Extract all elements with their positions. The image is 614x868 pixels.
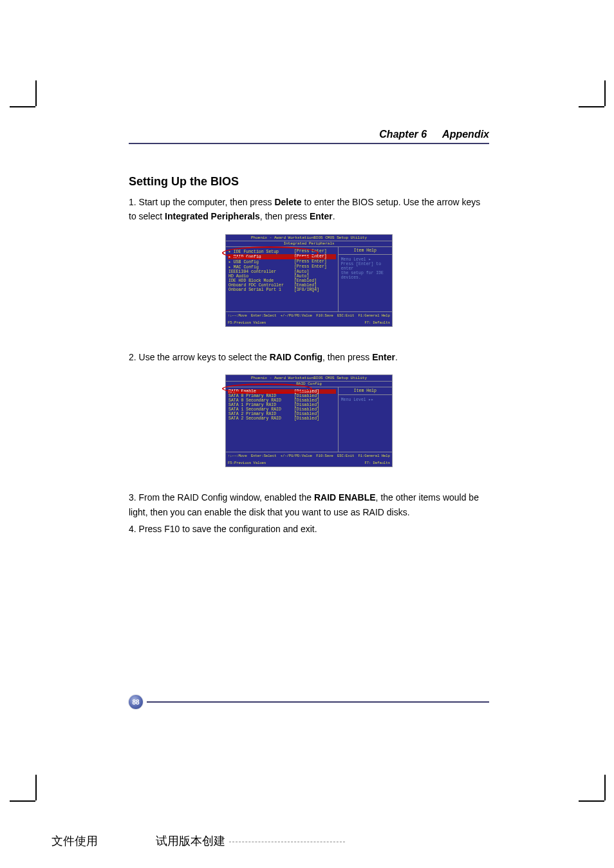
chapter-number: Chapter 6 (379, 129, 427, 140)
bios-title: Phoenix - Award WorkstationBIOS CMOS Set… (226, 375, 392, 382)
bios-subtitle: Integrated Peripherals (226, 241, 392, 247)
watermark-right: 试用版本创建 (156, 833, 345, 849)
chapter-title: Appendix (442, 129, 489, 140)
bios-footer: ↑↓←→:Move Enter:Select +/-/PU/PD:Value F… (226, 452, 392, 466)
step-1: 1. Start up the computer, then press Del… (129, 195, 489, 224)
chapter-header: Chapter 6Appendix (129, 129, 489, 144)
step-3: 3. From the RAID Config window, enabled … (129, 490, 489, 519)
bios-left-pane: ▸ IDE Function Setup[Press Enter] ▸ RAID… (226, 247, 339, 311)
page-number: 88 (129, 695, 143, 709)
watermark: 文件使用 试用版本创建 (51, 833, 345, 849)
bios-subtitle: RAID Config (226, 382, 392, 387)
watermark-left: 文件使用 (51, 833, 98, 849)
bios-left-pane: RAID Enable[Disabled] SATA 0 Primary RAI… (226, 387, 339, 452)
footer-rule (147, 701, 489, 703)
bios-title: Phoenix - Award WorkstationBIOS CMOS Set… (226, 235, 392, 241)
bios-help-pane: Item Help Menu Level ▸ Press [Enter] to … (339, 247, 392, 311)
step-4: 4. Press F10 to save the configuration a… (129, 522, 489, 536)
bios-screenshot-1: Phoenix - Award WorkstationBIOS CMOS Set… (225, 234, 393, 327)
bios-help-pane: Item Help Menu Level ▸▸ (339, 387, 392, 452)
page-content: Chapter 6Appendix Setting Up the BIOS 1.… (129, 129, 489, 546)
bios-footer: ↑↓←→:Move Enter:Select +/-/PU/PD:Value F… (226, 311, 392, 326)
page-footer: 88 (129, 695, 489, 709)
step-2: 2. Use the arrow keys to select the RAID… (129, 350, 489, 364)
section-title: Setting Up the BIOS (129, 175, 489, 189)
bios-screenshot-2: Phoenix - Award WorkstationBIOS CMOS Set… (225, 374, 393, 467)
